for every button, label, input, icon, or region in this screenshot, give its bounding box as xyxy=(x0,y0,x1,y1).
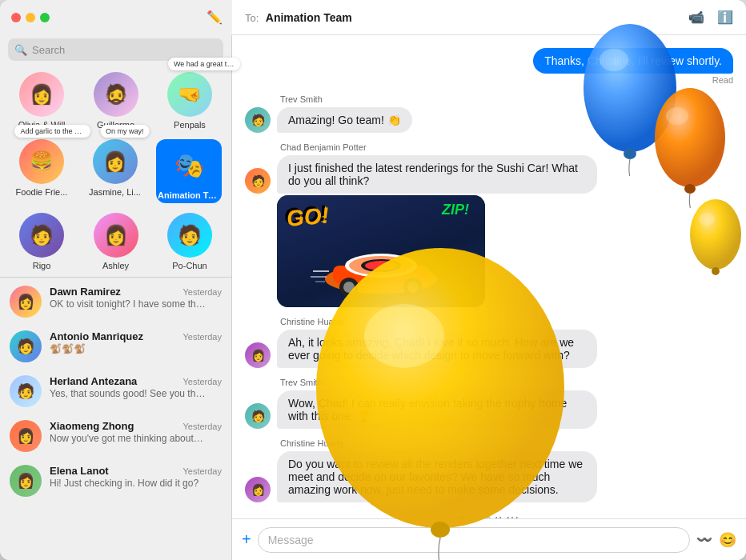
msg-row: 🧑 I just finished the latest renderings … xyxy=(245,155,733,194)
avatar: 🤜 xyxy=(167,72,212,117)
avatar: 🧑 xyxy=(245,168,271,194)
avatar: 👩 xyxy=(245,477,271,502)
info-icon[interactable]: ℹ️ xyxy=(717,10,733,25)
input-bar: + 〰️ 😊 xyxy=(232,518,746,560)
emoji-button[interactable]: 😊 xyxy=(719,531,736,549)
avatar-wrapper: 🧑 xyxy=(167,213,212,258)
pinned-row-1: 👩 Olivia & Will 🧔 Guillermo We had a gre… xyxy=(6,72,225,130)
sushi-car-image: GO! ZIP! xyxy=(277,195,485,307)
avatar-wrapper: 🧔 xyxy=(94,72,138,117)
msg-row: 👩 Ah, it looks amazing, Chad! I love it … xyxy=(245,330,733,368)
pinned-contact-penpals[interactable]: We had a great time. Home with... 🤜 Penp… xyxy=(158,72,222,130)
pinned-contacts-section: 👩 Olivia & Will 🧔 Guillermo We had a gre… xyxy=(0,67,231,275)
sent-message-1: Thanks, Christine. I'll review shortly. … xyxy=(245,48,733,85)
pinned-contact-jasmine[interactable]: On my way! 👩 Jasmine, Li... xyxy=(83,139,147,203)
pinned-name: Po-Chun xyxy=(172,261,207,270)
maximize-button[interactable] xyxy=(40,13,50,22)
conv-preview: 🐒🐒🐒 xyxy=(50,343,206,354)
conv-header: Elena Lanot Yesterday xyxy=(50,465,222,477)
avatar: 🧑 xyxy=(245,403,271,429)
audio-waveform-icon: 〰️ xyxy=(696,532,712,547)
read-label: Read xyxy=(712,75,733,85)
pinned-name: Jasmine, Li... xyxy=(89,187,141,197)
avatar: 👩 xyxy=(10,286,42,318)
received-message-1: Trev Smith 🧑 Amazing! Go team! 👏 xyxy=(245,94,733,133)
conv-preview: OK to visit tonight? I have some things … xyxy=(50,298,206,310)
received-message-5: Christine Huang 👩 Do you want to review … xyxy=(245,438,733,502)
sidebar-divider xyxy=(0,277,231,278)
sender-name: Christine Huang xyxy=(280,438,733,448)
bubble-preview: On my way! xyxy=(100,125,150,138)
conversation-item-dawn[interactable]: 👩 Dawn Ramirez Yesterday OK to visit ton… xyxy=(0,279,231,324)
conversation-item-xiaomeng[interactable]: 👩 Xiaomeng Zhong Yesterday Now you've go… xyxy=(0,414,231,458)
message-bubble-received: Do you want to review all the renders to… xyxy=(277,451,597,502)
conv-header: Herland Antezana Yesterday xyxy=(50,375,222,387)
avatar: 👩 xyxy=(10,465,42,497)
chat-to-label: To: xyxy=(245,12,259,24)
conv-header: Antonio Manriquez Yesterday xyxy=(50,330,222,342)
minimize-button[interactable] xyxy=(26,13,35,22)
pinned-contact-olivia-will[interactable]: 👩 Olivia & Will xyxy=(10,72,74,130)
conversation-item-antonio[interactable]: 🧑 Antonio Manriquez Yesterday 🐒🐒🐒 xyxy=(0,324,231,369)
traffic-lights xyxy=(11,13,50,22)
go-sticker: GO! xyxy=(284,202,328,230)
conv-name: Dawn Ramirez xyxy=(50,286,121,298)
search-icon: 🔍 xyxy=(14,44,27,56)
conv-time: Yesterday xyxy=(182,466,222,476)
sushi-car-svg xyxy=(309,235,453,299)
video-call-icon[interactable]: 📹 xyxy=(688,10,704,25)
avatar: 🍔 xyxy=(19,139,64,184)
pinned-contact-foodie[interactable]: Add garlic to the butter, and then... 🍔 … xyxy=(10,139,74,203)
received-message-3: Christine Huang 👩 Ah, it looks amazing, … xyxy=(245,317,733,368)
avatar: 👩 xyxy=(245,342,271,368)
pinned-contact-rigo[interactable]: 🧑 Rigo xyxy=(10,213,74,270)
svg-point-5 xyxy=(365,261,397,270)
svg-point-7 xyxy=(343,282,355,293)
conv-content: Herland Antezana Yesterday Yes, that sou… xyxy=(50,375,222,399)
pinned-contact-ashley[interactable]: 👩 Ashley xyxy=(84,213,148,270)
pinned-name: Foodie Frie... xyxy=(16,187,68,197)
pinned-contact-guillermo[interactable]: 🧔 Guillermo xyxy=(84,72,148,130)
message-input[interactable] xyxy=(258,527,690,553)
chat-header-left: To: Animation Team xyxy=(245,10,352,25)
avatar-wrapper: 🎭 xyxy=(166,142,211,187)
pinned-contact-animation-team[interactable]: 🎭 Animation Team xyxy=(156,139,222,203)
avatar: 🧑 xyxy=(167,213,212,258)
avatar: 👩 xyxy=(19,72,64,117)
conv-time: Yesterday xyxy=(182,422,222,431)
pinned-contact-pochun[interactable]: 🧑 Po-Chun xyxy=(158,213,222,270)
avatar-wrapper: 👩 xyxy=(94,213,138,258)
pinned-name: Rigo xyxy=(33,261,51,270)
avatar-wrapper: On my way! 👩 xyxy=(93,139,138,184)
conv-name: Herland Antezana xyxy=(50,375,137,387)
avatar-wrapper: 🧑 xyxy=(19,213,64,258)
compose-icon[interactable]: ✏️ xyxy=(207,10,223,25)
conv-header: Dawn Ramirez Yesterday xyxy=(50,286,222,298)
avatar-wrapper: 👩 xyxy=(19,72,64,117)
search-input[interactable] xyxy=(32,44,217,56)
conv-preview: Now you've got me thinking about my next… xyxy=(50,433,206,444)
chat-header: To: Animation Team 📹 ℹ️ xyxy=(232,0,746,35)
messages-area: Thanks, Christine. I'll review shortly. … xyxy=(232,35,746,518)
avatar: 👩 xyxy=(94,213,138,258)
conversation-list: 👩 Dawn Ramirez Yesterday OK to visit ton… xyxy=(0,279,231,560)
sent-bubble-container: Thanks, Christine. I'll review shortly. … xyxy=(533,48,733,85)
message-bubble-received: I just finished the latest renderings fo… xyxy=(277,155,597,194)
close-button[interactable] xyxy=(11,13,21,22)
add-button[interactable]: + xyxy=(242,530,251,549)
message-bubble-received: Ah, it looks amazing, Chad! I love it so… xyxy=(277,330,597,368)
sender-name: Christine Huang xyxy=(280,317,733,326)
timestamp: Today 9:41 AM xyxy=(245,515,733,518)
pinned-row-3: 🧑 Rigo 👩 Ashley 🧑 Po-Chun xyxy=(6,213,225,270)
bubble-preview: We had a great time. Home with... xyxy=(168,58,240,70)
conversation-item-herland[interactable]: 🧑 Herland Antezana Yesterday Yes, that s… xyxy=(0,369,231,414)
message-bubble-sent: Thanks, Christine. I'll review shortly. xyxy=(533,48,733,74)
sushi-car-content: GO! ZIP! xyxy=(277,195,485,307)
received-message-4: Trev Smith 🧑 Wow, Chad! I can really env… xyxy=(245,378,733,429)
conversation-item-elena[interactable]: 👩 Elena Lanot Yesterday Hi! Just checkin… xyxy=(0,458,231,503)
sender-name: Trev Smith xyxy=(280,378,733,387)
avatar: 🧑 xyxy=(19,213,64,258)
avatar: 👩 xyxy=(93,139,138,184)
sidebar: ✏️ 🔍 👩 Olivia & Will 🧔 xyxy=(0,0,232,560)
conv-content: Elena Lanot Yesterday Hi! Just checking … xyxy=(50,465,222,489)
